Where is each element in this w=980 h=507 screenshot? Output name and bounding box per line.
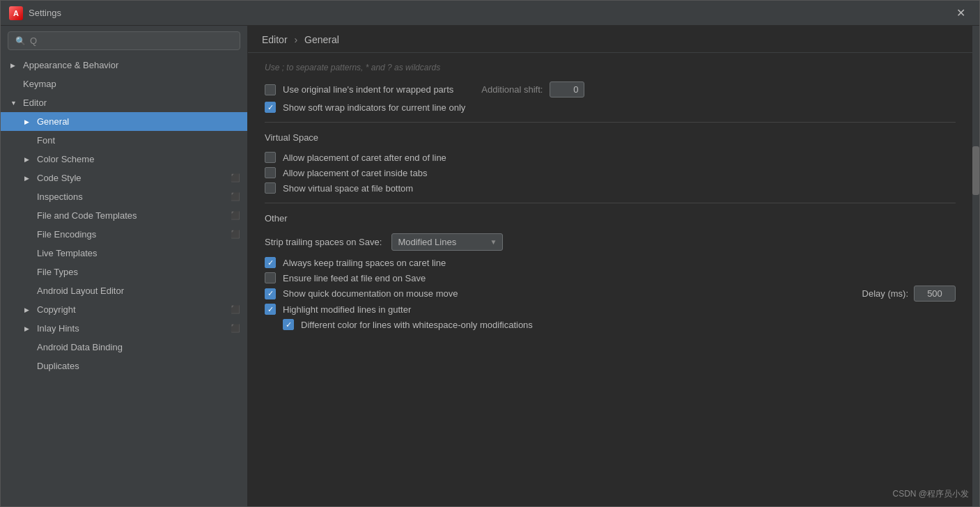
wrap-indent-checkbox[interactable] bbox=[265, 84, 276, 95]
sidebar-item-file-code-templates[interactable]: File and Code Templates ⬛ bbox=[1, 206, 247, 225]
page-icon: ⬛ bbox=[231, 305, 240, 314]
sidebar-item-font[interactable]: Font bbox=[1, 131, 247, 150]
sidebar-item-label: File Encodings bbox=[37, 229, 96, 240]
sidebar-item-appearance[interactable]: ▶ Appearance & Behavior bbox=[1, 56, 247, 75]
sidebar-item-copyright[interactable]: ▶ Copyright ⬛ bbox=[1, 300, 247, 319]
sidebar-item-label: Font bbox=[37, 135, 55, 146]
line-feed-row: Ensure line feed at file end on Save bbox=[265, 270, 956, 286]
sidebar-item-file-encodings[interactable]: File Encodings ⬛ bbox=[1, 225, 247, 244]
strip-trailing-row: Strip trailing spaces on Save: Modified … bbox=[265, 231, 956, 255]
page-icon: ⬛ bbox=[231, 324, 240, 333]
separator-2 bbox=[265, 203, 956, 203]
arrow-placeholder bbox=[24, 363, 33, 370]
sidebar-item-duplicates[interactable]: Duplicates bbox=[1, 357, 247, 375]
sidebar-item-code-style[interactable]: ▶ Code Style ⬛ bbox=[1, 169, 247, 187]
main-content: 🔍 ▶ Appearance & Behavior Keymap ▼ Edito… bbox=[1, 26, 979, 506]
sidebar-item-label: Copyright bbox=[37, 304, 76, 315]
highlight-modified-checkbox[interactable] bbox=[265, 304, 276, 315]
arrow-placeholder bbox=[10, 81, 19, 88]
quick-doc-checkbox[interactable] bbox=[265, 288, 276, 299]
scrollbar-thumb[interactable] bbox=[972, 146, 979, 195]
virtual-space-bottom-checkbox[interactable] bbox=[265, 182, 276, 194]
highlight-modified-row: Highlight modified lines in gutter bbox=[265, 302, 956, 317]
sidebar-item-keymap[interactable]: Keymap bbox=[1, 75, 247, 93]
chevron-right-icon: ▶ bbox=[10, 62, 19, 69]
keep-trailing-checkbox[interactable] bbox=[265, 257, 276, 268]
chevron-right-icon: ▶ bbox=[24, 118, 33, 125]
delay-label: Delay (ms): bbox=[862, 288, 908, 299]
different-color-checkbox[interactable] bbox=[283, 319, 294, 330]
separator-1 bbox=[265, 122, 956, 123]
app-icon: A bbox=[9, 6, 23, 20]
sidebar-item-editor[interactable]: ▼ Editor bbox=[1, 93, 247, 112]
wrap-indent-label: Use original line's indent for wrapped p… bbox=[283, 84, 453, 95]
caret-after-line-label: Allow placement of caret after end of li… bbox=[283, 153, 446, 163]
settings-window: A Settings ✕ 🔍 ▶ Appearance & Behavior K… bbox=[0, 0, 980, 507]
sidebar-item-color-scheme[interactable]: ▶ Color Scheme bbox=[1, 150, 247, 169]
different-color-row: Different color for lines with whitespac… bbox=[265, 317, 956, 332]
arrow-placeholder bbox=[24, 250, 33, 257]
additional-shift-input[interactable] bbox=[550, 81, 584, 98]
virtual-space-bottom-row: Show virtual space at file bottom bbox=[265, 180, 956, 196]
search-box: 🔍 bbox=[8, 31, 240, 50]
sidebar-item-label: File Types bbox=[37, 267, 78, 277]
breadcrumb-current: General bbox=[304, 34, 339, 45]
sidebar-item-label: File and Code Templates bbox=[37, 210, 137, 221]
breadcrumb-separator: › bbox=[294, 34, 297, 45]
sidebar-item-android-layout-editor[interactable]: Android Layout Editor bbox=[1, 281, 247, 300]
strip-trailing-dropdown[interactable]: Modified Lines ▼ bbox=[391, 233, 503, 251]
different-color-label: Different color for lines with whitespac… bbox=[301, 320, 533, 330]
sidebar-item-inspections[interactable]: Inspections ⬛ bbox=[1, 187, 247, 206]
search-icon: 🔍 bbox=[15, 36, 26, 46]
highlight-modified-label: Highlight modified lines in gutter bbox=[283, 304, 411, 315]
keep-trailing-label: Always keep trailing spaces on caret lin… bbox=[283, 258, 446, 268]
page-icon: ⬛ bbox=[231, 230, 240, 239]
other-section-label: Other bbox=[265, 213, 956, 224]
caret-inside-tabs-checkbox[interactable] bbox=[265, 167, 276, 178]
caret-inside-tabs-row: Allow placement of caret inside tabs bbox=[265, 165, 956, 180]
close-button[interactable]: ✕ bbox=[951, 3, 971, 22]
soft-wrap-row: Show soft wrap indicators for current li… bbox=[265, 100, 956, 115]
arrow-placeholder bbox=[24, 269, 33, 276]
chevron-right-icon: ▶ bbox=[24, 175, 33, 182]
sidebar-item-general[interactable]: ▶ General bbox=[1, 112, 247, 131]
search-input[interactable] bbox=[30, 36, 233, 46]
chevron-down-icon: ▼ bbox=[10, 100, 19, 107]
virtual-space-bottom-label: Show virtual space at file bottom bbox=[283, 183, 413, 194]
sidebar-item-live-templates[interactable]: Live Templates bbox=[1, 244, 247, 263]
sidebar-item-label: Editor bbox=[23, 98, 47, 108]
wrap-indent-row: Use original line's indent for wrapped p… bbox=[265, 79, 956, 100]
scrollbar-track[interactable] bbox=[972, 26, 979, 506]
sidebar-item-file-types[interactable]: File Types bbox=[1, 263, 247, 281]
sidebar-item-label: Duplicates bbox=[37, 361, 79, 371]
quick-doc-label: Show quick documentation on mouse move bbox=[283, 288, 458, 299]
caret-inside-tabs-label: Allow placement of caret inside tabs bbox=[283, 168, 427, 178]
arrow-placeholder bbox=[24, 231, 33, 238]
chevron-right-icon: ▶ bbox=[24, 325, 33, 332]
arrow-placeholder bbox=[24, 137, 33, 144]
arrow-placeholder bbox=[24, 194, 33, 201]
sidebar-item-label: Live Templates bbox=[37, 248, 97, 258]
sidebar-item-label: Keymap bbox=[23, 79, 56, 89]
sidebar-item-label: Inlay Hints bbox=[37, 323, 79, 334]
breadcrumb-parent: Editor bbox=[262, 34, 288, 45]
sidebar-item-android-data-binding[interactable]: Android Data Binding bbox=[1, 338, 247, 357]
sidebar-item-label: Appearance & Behavior bbox=[23, 60, 118, 70]
caret-after-line-row: Allow placement of caret after end of li… bbox=[265, 150, 956, 165]
arrow-placeholder bbox=[24, 212, 33, 219]
soft-wrap-checkbox[interactable] bbox=[265, 102, 276, 113]
arrow-placeholder bbox=[24, 344, 33, 351]
arrow-placeholder bbox=[24, 288, 33, 295]
caret-after-line-checkbox[interactable] bbox=[265, 152, 276, 163]
delay-input[interactable] bbox=[914, 286, 956, 302]
quick-doc-row: Show quick documentation on mouse move bbox=[265, 286, 848, 302]
settings-content: Use ; to separate patterns, * and ? as w… bbox=[248, 53, 972, 346]
sidebar-item-label: Color Scheme bbox=[37, 154, 94, 164]
main-panel: Editor › General Use ; to separate patte… bbox=[248, 26, 972, 506]
sidebar-item-inlay-hints[interactable]: ▶ Inlay Hints ⬛ bbox=[1, 319, 247, 338]
page-icon: ⬛ bbox=[231, 173, 240, 182]
additional-shift-label-text: Additional shift: bbox=[481, 84, 543, 95]
line-feed-checkbox[interactable] bbox=[265, 272, 276, 283]
dropdown-caret-icon: ▼ bbox=[490, 238, 497, 246]
chevron-right-icon: ▶ bbox=[24, 156, 33, 163]
